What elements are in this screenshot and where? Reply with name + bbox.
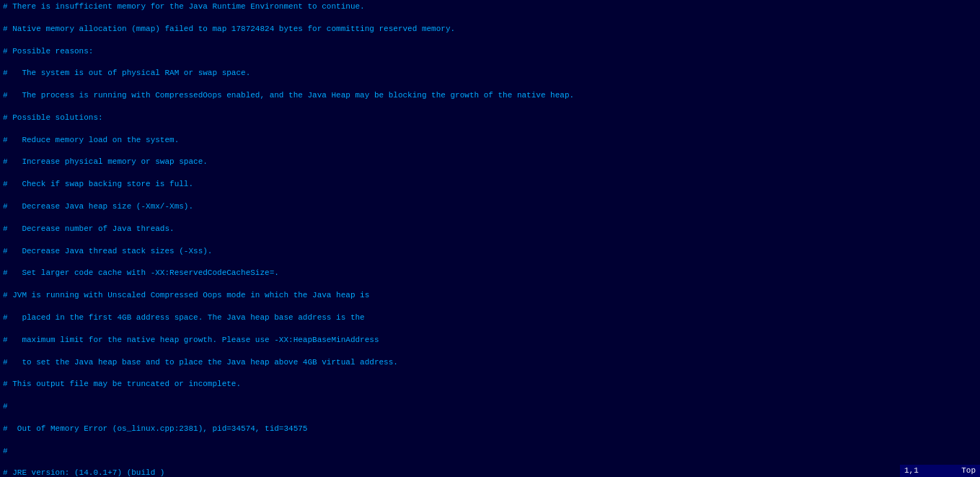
- terminal-line: # to set the Java heap base and to place…: [3, 357, 977, 368]
- terminal-line: #: [3, 401, 977, 412]
- terminal-line: # Decrease Java thread stack sizes (-Xss…: [3, 246, 977, 257]
- terminal-line: # Native memory allocation (mmap) failed…: [3, 24, 977, 35]
- status-bar: 1,1 Top: [900, 465, 980, 477]
- terminal-line: # There is insufficient memory for the J…: [3, 1, 977, 12]
- scroll-position: Top: [961, 466, 976, 475]
- terminal-line: # JRE version: (14.0.1+7) (build ): [3, 468, 977, 477]
- terminal-line: # Out of Memory Error (os_linux.cpp:2381…: [3, 424, 977, 434]
- terminal-line: #: [3, 446, 977, 457]
- terminal-line: # Set larger code cache with -XX:Reserve…: [3, 268, 977, 279]
- terminal-line: # The process is running with Compressed…: [3, 90, 977, 101]
- cursor-position: 1,1: [904, 466, 919, 475]
- terminal-line: # Decrease number of Java threads.: [3, 224, 977, 235]
- terminal-line: # This output file may be truncated or i…: [3, 379, 977, 390]
- terminal-line: # placed in the first 4GB address space.…: [3, 312, 977, 323]
- terminal-line: # JVM is running with Unscaled Compresse…: [3, 290, 977, 301]
- terminal-line: # maximum limit for the native heap grow…: [3, 335, 977, 346]
- terminal-content: # There is insufficient memory for the J…: [3, 1, 977, 477]
- terminal-line: # The system is out of physical RAM or s…: [3, 68, 977, 79]
- terminal: # There is insufficient memory for the J…: [0, 0, 980, 477]
- terminal-line: # Decrease Java heap size (-Xmx/-Xms).: [3, 201, 977, 212]
- terminal-line: # Reduce memory load on the system.: [3, 135, 977, 146]
- terminal-line: # Possible solutions:: [3, 113, 977, 123]
- terminal-line: # Possible reasons:: [3, 46, 977, 57]
- terminal-line: # Increase physical memory or swap space…: [3, 157, 977, 167]
- terminal-line: # Check if swap backing store is full.: [3, 179, 977, 190]
